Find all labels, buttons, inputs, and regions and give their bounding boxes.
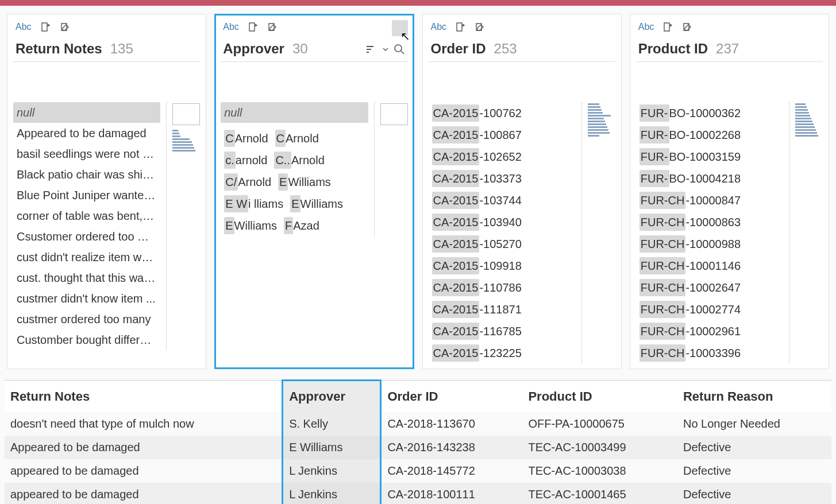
value-item[interactable]: basil seedlings were not th... — [13, 144, 160, 164]
edit-icon[interactable] — [59, 21, 71, 33]
value-item[interactable]: FUR-CH-10002647 — [636, 277, 744, 298]
value-item[interactable]: custmer ordered too many — [13, 309, 160, 329]
table-row[interactable]: appeared to be damagedL JenkinsCA-2018-1… — [5, 459, 831, 483]
table-cell[interactable]: TEC-AC-10003038 — [522, 459, 677, 483]
table-row[interactable]: appeared to be damagedL JenkinsCA-2018-1… — [5, 483, 831, 504]
table-cell[interactable]: S. Kelly — [283, 412, 381, 436]
table-cell[interactable]: appeared to be damaged — [5, 483, 283, 504]
value-null[interactable]: null — [13, 102, 160, 123]
value-item[interactable]: FUR-CH-10002774 — [636, 298, 744, 320]
table-cell[interactable]: CA-2018-100111 — [381, 483, 523, 504]
profile-card[interactable]: Abc Product ID 237 FUR-BO-10000362FUR-BO… — [630, 14, 829, 369]
table-cell[interactable]: Appeared to be damaged — [5, 436, 283, 459]
value-item[interactable]: EWilliams — [221, 215, 280, 237]
spark-bar — [588, 129, 608, 131]
chevron-down-icon[interactable] — [383, 46, 388, 52]
card-body: CA-2015-100762CA-2015-100867CA-2015-1026… — [429, 102, 615, 364]
card-header: Return Notes 135 — [13, 38, 200, 62]
value-item[interactable] — [221, 123, 368, 127]
value-item[interactable]: FUR-CH-10000847 — [636, 189, 744, 211]
table-cell[interactable]: Defective — [677, 459, 831, 483]
table-cell[interactable]: No Longer Needed — [677, 412, 831, 436]
table-cell[interactable]: OFF-PA-10000675 — [522, 412, 677, 436]
value-item[interactable]: FUR-CH-10003396 — [636, 342, 744, 364]
table-cell[interactable]: L Jenkins — [283, 459, 381, 483]
value-item[interactable]: C.. Arnold — [271, 149, 328, 171]
value-item[interactable]: FUR-BO-10003159 — [636, 146, 744, 168]
profile-card[interactable]: Abc Return Notes 135 nullAppeared to be … — [7, 14, 206, 369]
value-item[interactable]: Csustomer ordered too ma... — [13, 226, 160, 247]
value-item[interactable]: C Arnold — [221, 127, 271, 149]
sort-icon[interactable] — [365, 43, 378, 56]
edit-icon[interactable] — [474, 21, 486, 33]
value-item[interactable]: CA-2015-111871 — [429, 298, 525, 320]
edit-icon[interactable] — [267, 21, 278, 33]
table-cell[interactable]: TEC-AC-10001465 — [522, 483, 677, 504]
spark-bar — [795, 126, 815, 128]
value-item[interactable]: FUR-BO-10002268 — [636, 124, 744, 146]
card-menu-button[interactable] — [392, 20, 408, 36]
value-item[interactable]: F Azad — [280, 215, 323, 237]
column-header[interactable]: Return Reason — [677, 381, 831, 413]
export-icon[interactable] — [662, 21, 673, 33]
column-header[interactable]: Approver — [283, 381, 381, 413]
value-item[interactable]: CA-2015-109918 — [429, 255, 525, 277]
value-item[interactable]: cust didn't realize item wa... — [13, 247, 160, 267]
value-item[interactable]: FUR-BO-10004218 — [636, 168, 744, 189]
card-type-icons: Abc — [13, 21, 200, 33]
value-item[interactable]: CA-2015-123225 — [429, 342, 525, 364]
value-item[interactable]: Customber bought differen.. — [13, 329, 160, 350]
value-item[interactable]: CA-2015-103744 — [429, 189, 525, 211]
value-item[interactable]: Appeared to be damaged — [13, 123, 160, 144]
table-cell[interactable]: CA-2018-145772 — [381, 459, 523, 483]
table-cell[interactable]: Defective — [677, 483, 831, 504]
table-cell[interactable]: CA-2018-113670 — [381, 412, 523, 436]
value-item[interactable]: custmer didn't know item ... — [13, 288, 160, 309]
value-item[interactable]: FUR-CH-10001146 — [636, 255, 744, 277]
search-icon[interactable] — [393, 43, 406, 56]
export-icon[interactable] — [40, 21, 51, 33]
value-item[interactable]: cust. thought that this was... — [13, 267, 160, 288]
table-cell[interactable]: TEC-AC-10003499 — [522, 436, 677, 459]
export-icon[interactable] — [454, 21, 466, 33]
table-cell[interactable]: CA-2016-143238 — [381, 436, 523, 459]
spark-bar — [588, 112, 603, 114]
spark-bar — [795, 109, 808, 111]
profile-card[interactable]: ↖ Abc Approver 30 nullC ArnoldC Arnoldc.… — [214, 14, 414, 369]
profile-card[interactable]: Abc Order ID 253 CA-2015-100762CA-2015-1… — [422, 14, 622, 369]
value-item[interactable]: CA-2015-103940 — [429, 211, 525, 233]
table-cell[interactable]: doesn't need that type of mulch now — [5, 412, 283, 436]
value-null[interactable]: null — [221, 102, 368, 123]
value-item[interactable]: corner of table was bent, sl... — [13, 206, 160, 226]
value-item[interactable]: E Williams — [287, 193, 346, 215]
column-header[interactable]: Product ID — [522, 381, 677, 413]
export-icon[interactable] — [247, 21, 259, 33]
value-item[interactable]: CA-2015-105270 — [429, 233, 525, 255]
table-cell[interactable]: Defective — [677, 436, 831, 459]
table-row[interactable]: doesn't need that type of mulch nowS. Ke… — [5, 412, 831, 436]
edit-icon[interactable] — [681, 21, 693, 33]
table-cell[interactable]: E Williams — [283, 436, 381, 459]
value-item[interactable]: Black patio chair was shipp... — [13, 164, 160, 185]
value-item[interactable]: CA-2015-102652 — [429, 146, 525, 168]
table-row[interactable]: Appeared to be damagedE WilliamsCA-2016-… — [5, 436, 831, 459]
value-item[interactable]: CA-2015-103373 — [429, 168, 525, 189]
value-item[interactable]: FUR-CH-10000988 — [636, 233, 744, 255]
value-item[interactable]: CA-2015-116785 — [429, 320, 525, 342]
value-item[interactable]: FUR-CH-10002961 — [636, 320, 744, 342]
table-cell[interactable]: appeared to be damaged — [5, 459, 283, 483]
value-item[interactable]: CA-2015-100762 — [429, 102, 525, 124]
table-cell[interactable]: L Jenkins — [283, 483, 381, 504]
value-item[interactable]: FUR-BO-10000362 — [636, 102, 744, 124]
value-item[interactable]: CA-2015-110786 — [429, 277, 525, 298]
value-item[interactable]: E Wi lliams — [221, 193, 287, 215]
value-item[interactable]: Blue Point Juniper wanted ... — [13, 185, 160, 206]
value-item[interactable]: E Williams — [275, 171, 334, 193]
value-item[interactable]: FUR-CH-10000863 — [636, 211, 744, 233]
value-item[interactable]: CA-2015-100867 — [429, 124, 525, 146]
value-item[interactable]: C Arnold — [272, 127, 322, 149]
value-item[interactable]: C/ Arnold — [221, 171, 275, 193]
column-header[interactable]: Return Notes — [5, 381, 283, 413]
column-header[interactable]: Order ID — [381, 381, 523, 413]
value-item[interactable]: c. arnold — [221, 149, 271, 171]
